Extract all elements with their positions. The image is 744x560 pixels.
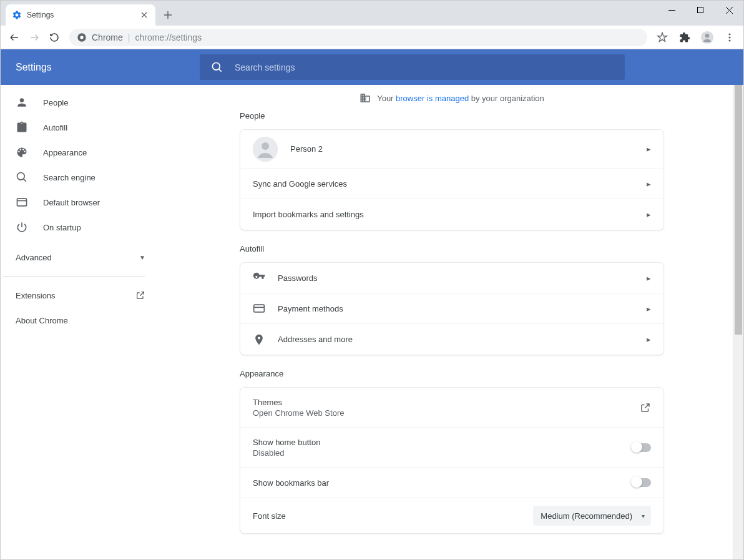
settings-gear-icon — [12, 10, 22, 20]
svg-rect-0 — [697, 7, 703, 12]
row-payment-methods[interactable]: Payment methods ▸ — [240, 293, 663, 324]
sidebar-extensions-link[interactable]: Extensions — [1, 283, 160, 308]
chevron-right-icon: ▸ — [647, 273, 651, 283]
chevron-right-icon: ▸ — [647, 179, 651, 189]
settings-content: Your browser is managed by your organiza… — [160, 85, 743, 560]
svg-rect-13 — [254, 305, 265, 312]
person-icon — [16, 96, 28, 109]
toggle-home-button[interactable] — [632, 443, 651, 452]
svg-point-8 — [213, 62, 220, 70]
new-tab-button[interactable] — [159, 6, 177, 24]
reload-button[interactable] — [46, 29, 63, 46]
building-icon — [360, 92, 371, 104]
close-tab-icon[interactable] — [139, 10, 149, 20]
row-profile[interactable]: Person 2 ▸ — [240, 130, 663, 169]
external-link-icon — [640, 402, 651, 413]
svg-point-5 — [728, 33, 730, 35]
browser-tab[interactable]: Settings — [6, 4, 155, 26]
sidebar-item-appearance[interactable]: Appearance — [1, 140, 160, 165]
address-bar[interactable]: Chrome | chrome://settings — [69, 29, 647, 46]
svg-rect-10 — [17, 199, 27, 206]
search-icon — [16, 171, 28, 184]
section-people: People Person 2 ▸ Sync and Google servic… — [240, 111, 664, 230]
maximize-button[interactable] — [686, 1, 715, 19]
sidebar-about-chrome[interactable]: About Chrome — [1, 308, 160, 333]
svg-point-6 — [728, 36, 730, 38]
section-autofill: Autofill Passwords ▸ Payment methods ▸ — [240, 244, 664, 355]
power-icon — [16, 221, 28, 233]
url-path: chrome://settings — [135, 32, 202, 42]
row-show-bookmarks-bar: Show bookmarks bar — [240, 468, 663, 498]
row-import-bookmarks[interactable]: Import bookmarks and settings ▸ — [240, 199, 663, 230]
row-font-size: Font size Medium (Recommended) — [240, 498, 663, 533]
chevron-right-icon: ▸ — [647, 304, 651, 313]
key-icon — [253, 272, 265, 284]
row-addresses[interactable]: Addresses and more ▸ — [240, 324, 663, 355]
managed-link[interactable]: browser is managed — [396, 94, 469, 103]
chevron-right-icon: ▸ — [647, 210, 651, 219]
section-appearance: Appearance Themes Open Chrome Web Store … — [240, 369, 664, 534]
row-sync[interactable]: Sync and Google services ▸ — [240, 169, 663, 199]
forward-button[interactable] — [26, 29, 43, 46]
back-button[interactable] — [6, 29, 23, 46]
toggle-bookmarks-bar[interactable] — [632, 478, 651, 487]
settings-header: Settings Search settings — [1, 49, 743, 85]
url-scheme: Chrome — [92, 32, 123, 42]
chevron-down-icon: ▼ — [139, 254, 145, 261]
scrollbar[interactable] — [733, 85, 743, 559]
tab-title: Settings — [27, 11, 134, 19]
credit-card-icon — [253, 302, 265, 315]
managed-banner: Your browser is managed by your organiza… — [160, 85, 743, 111]
browser-toolbar: Chrome | chrome://settings — [1, 26, 743, 49]
sidebar-item-search-engine[interactable]: Search engine — [1, 165, 160, 190]
profile-avatar-icon[interactable] — [698, 29, 716, 46]
browser-icon — [16, 196, 28, 209]
settings-title: Settings — [16, 62, 200, 73]
window-controls — [657, 1, 743, 19]
search-settings-input[interactable]: Search settings — [200, 54, 625, 80]
external-link-icon — [135, 290, 145, 300]
sidebar-item-autofill[interactable]: Autofill — [1, 115, 160, 140]
clipboard-icon — [16, 121, 28, 134]
avatar-icon — [253, 137, 278, 162]
search-icon — [211, 61, 223, 74]
extensions-icon[interactable] — [676, 29, 693, 46]
sidebar-item-people[interactable]: People — [1, 90, 160, 115]
bookmark-star-icon[interactable] — [653, 29, 671, 46]
palette-icon — [16, 146, 28, 159]
row-show-home-button: Show home button Disabled — [240, 428, 663, 468]
minimize-button[interactable] — [657, 1, 686, 19]
sidebar-item-on-startup[interactable]: On startup — [1, 215, 160, 240]
menu-icon[interactable] — [721, 29, 738, 46]
close-window-button[interactable] — [715, 1, 743, 19]
svg-point-2 — [80, 36, 83, 39]
sidebar-advanced-toggle[interactable]: Advanced ▼ — [1, 245, 160, 270]
search-placeholder: Search settings — [235, 62, 295, 72]
chevron-right-icon: ▸ — [647, 335, 651, 344]
browser-titlebar: Settings — [1, 1, 743, 26]
location-pin-icon — [253, 333, 265, 346]
svg-point-7 — [728, 39, 730, 41]
sidebar-item-default-browser[interactable]: Default browser — [1, 190, 160, 215]
row-passwords[interactable]: Passwords ▸ — [240, 263, 663, 293]
font-size-select[interactable]: Medium (Recommended) — [533, 506, 651, 526]
site-info-icon[interactable] — [77, 32, 87, 42]
scrollbar-thumb[interactable] — [735, 85, 742, 335]
row-themes[interactable]: Themes Open Chrome Web Store — [240, 388, 663, 428]
svg-point-12 — [262, 142, 269, 150]
svg-point-4 — [705, 34, 709, 37]
chevron-right-icon: ▸ — [647, 144, 651, 154]
svg-point-9 — [17, 173, 25, 180]
settings-sidebar: People Autofill Appearance Search engine… — [1, 85, 160, 560]
